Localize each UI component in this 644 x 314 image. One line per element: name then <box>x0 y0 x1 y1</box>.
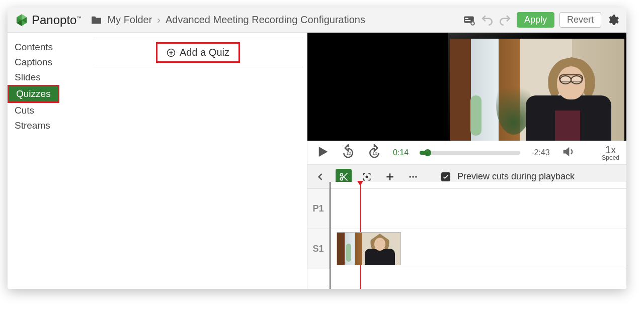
playback-progress-bar[interactable] <box>420 151 520 155</box>
svg-point-9 <box>366 176 367 177</box>
breadcrumb-session-title: Advanced Meeting Recording Configuration… <box>166 14 365 26</box>
captions-service-icon[interactable] <box>462 14 475 27</box>
timeline-track-p1[interactable]: P1 <box>307 189 626 229</box>
svg-rect-1 <box>465 18 468 19</box>
playback-speed-label: Speed <box>602 155 619 161</box>
timeline-ruler[interactable] <box>330 182 626 189</box>
svg-point-8 <box>340 177 343 180</box>
gear-icon <box>606 14 619 27</box>
track-label: S1 <box>307 229 330 269</box>
redo-button[interactable] <box>499 14 512 27</box>
settings-button[interactable] <box>606 14 619 27</box>
sidebar-item-quizzes[interactable]: Quizzes <box>9 86 58 101</box>
sidebar-item-streams[interactable]: Streams <box>8 118 83 133</box>
undo-button[interactable] <box>480 14 494 27</box>
svg-rect-2 <box>465 20 470 21</box>
panopto-logo-icon <box>15 13 29 27</box>
app-window: Panopto™ My Folder › Advanced Meeting Re… <box>8 8 626 289</box>
sidebar-item-captions[interactable]: Captions <box>8 55 83 70</box>
timeline-clip[interactable] <box>337 232 401 265</box>
plus-circle-icon <box>167 48 176 57</box>
scissors-icon <box>339 172 349 182</box>
folder-icon[interactable] <box>91 16 102 25</box>
crosshair-icon <box>362 172 372 182</box>
brand-name: Panopto™ <box>32 13 81 27</box>
sidebar-item-cuts[interactable]: Cuts <box>8 103 83 118</box>
add-quiz-label: Add a Quiz <box>180 47 229 58</box>
timeline-track-s1[interactable]: S1 <box>307 229 626 269</box>
svg-text:10: 10 <box>346 151 351 156</box>
playback-speed-value: 1x <box>602 145 619 155</box>
svg-point-10 <box>410 176 411 177</box>
skip-forward-10-button[interactable]: 10 <box>367 144 382 161</box>
sidebar-item-slides[interactable]: Slides <box>8 70 83 85</box>
topbar: Panopto™ My Folder › Advanced Meeting Re… <box>8 8 626 33</box>
playback-current-time: 0:14 <box>393 148 409 157</box>
quiz-list-panel: Add a Quiz <box>83 33 307 289</box>
svg-point-12 <box>415 176 417 177</box>
annotation-highlight-box: Quizzes <box>8 85 59 103</box>
video-frame <box>448 33 626 141</box>
add-quiz-button[interactable]: Add a Quiz <box>156 42 240 63</box>
brand-logo: Panopto™ <box>15 13 81 27</box>
breadcrumb-folder[interactable]: My Folder <box>107 14 152 26</box>
playback-controls: 10 10 0:14 -2:43 1x Speed <box>307 141 626 165</box>
video-editor-panel: 10 10 0:14 -2:43 1x Speed <box>307 33 626 289</box>
revert-button[interactable]: Revert <box>559 12 601 28</box>
skip-back-10-button[interactable]: 10 <box>341 144 356 161</box>
svg-point-7 <box>340 173 343 176</box>
plus-icon <box>385 172 395 182</box>
sidebar: Contents Captions Slides Quizzes Cuts St… <box>8 33 83 289</box>
playback-remaining-time: -2:43 <box>531 148 549 157</box>
svg-point-11 <box>412 176 414 177</box>
more-horizontal-icon <box>408 172 418 182</box>
breadcrumb-separator-icon: › <box>157 14 160 26</box>
preview-cuts-label: Preview cuts during playback <box>457 171 575 182</box>
preview-cuts-checkbox[interactable] <box>441 172 450 181</box>
volume-button[interactable] <box>561 145 575 161</box>
svg-text:10: 10 <box>372 151 377 156</box>
play-button[interactable] <box>314 144 330 161</box>
timeline[interactable]: P1 S1 <box>307 189 626 289</box>
collapse-toolbar-button[interactable] <box>312 169 329 185</box>
apply-button[interactable]: Apply <box>517 12 554 28</box>
sidebar-item-contents[interactable]: Contents <box>8 40 83 55</box>
track-label: P1 <box>307 189 330 229</box>
playback-speed-button[interactable]: 1x Speed <box>602 145 619 161</box>
check-icon <box>442 173 449 180</box>
video-player[interactable] <box>307 33 626 141</box>
